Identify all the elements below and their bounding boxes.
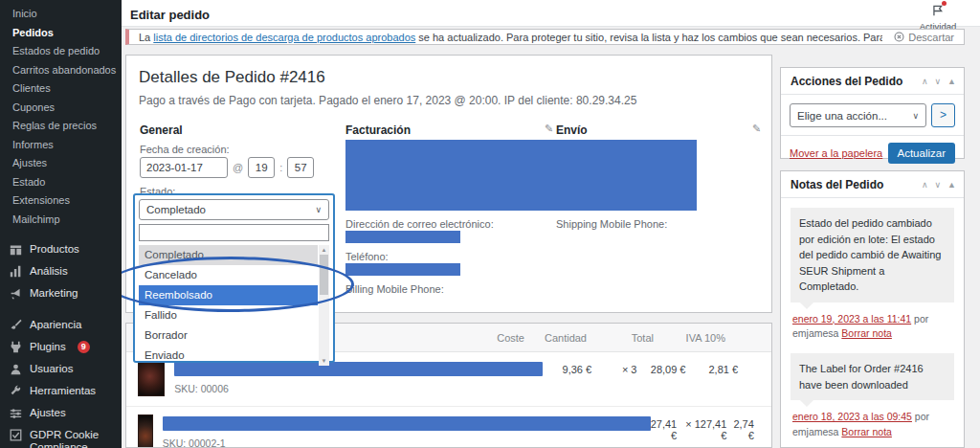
option-fallido[interactable]: Fallido <box>139 305 318 325</box>
topbar <box>122 0 980 27</box>
chevron-down-icon: ∨ <box>912 111 919 121</box>
billing-phone-label: Teléfono: <box>345 251 389 262</box>
sidebar-item-label: Usuarios <box>30 363 73 375</box>
sidebar-item-gdpr-cookie-compliance[interactable]: GDPR Cookie Compliance <box>0 424 122 448</box>
sidebar-item-plugins[interactable]: Plugins 9 <box>0 336 122 358</box>
sidebar-item-extensiones[interactable]: Extensiones <box>0 191 122 211</box>
sidebar-item-cupones[interactable]: Cupones <box>0 99 122 118</box>
sidebar-item-label: GDPR Cookie Compliance <box>30 429 116 448</box>
option-enviado[interactable]: Enviado <box>139 346 318 366</box>
wrench-icon <box>10 385 22 397</box>
sidebar-item-analisis[interactable]: Análisis <box>0 260 122 282</box>
sidebar-item-label: Apariencia <box>30 319 81 331</box>
sidebar-item-marketing[interactable]: Marketing <box>0 282 122 304</box>
creation-date-label: Fecha de creación: <box>140 144 230 155</box>
column-header-coste: Coste <box>457 332 524 344</box>
item-tax: 2,74 € <box>726 414 753 441</box>
option-reembolsado[interactable]: Reembolsado <box>139 285 318 305</box>
dismiss-icon <box>894 32 904 42</box>
sidebar-item-usuarios[interactable]: Usuarios <box>0 358 122 380</box>
move-to-trash-link[interactable]: Mover a la papelera <box>790 147 882 159</box>
sidebar-item-label: Análisis <box>30 265 68 278</box>
item-quantity: × 1 <box>677 414 701 430</box>
sidebar-item-ajustes[interactable]: Ajustes <box>0 154 122 173</box>
option-completado[interactable]: Completado <box>139 245 318 265</box>
product-thumbnail <box>138 414 153 448</box>
order-actions-panel: Acciones del Pedido ∧ ∨ ▲ Elige una acci… <box>780 67 965 159</box>
sidebar-item-reglas-de-precios[interactable]: Reglas de precios <box>0 117 122 136</box>
billing-heading: Facturación <box>345 123 411 137</box>
edit-shipping-icon[interactable]: ✎ <box>752 123 761 135</box>
order-note: The Label for Order #2416 have been down… <box>791 353 954 400</box>
sidebar-item-clientes[interactable]: Clientes <box>0 79 122 99</box>
admin-sidebar: Inicio Pedidos Estados de pedido Carrito… <box>0 0 122 448</box>
plug-icon <box>10 341 22 353</box>
minute-input[interactable] <box>287 157 314 178</box>
general-heading: General <box>140 123 183 137</box>
option-cancelado[interactable]: Cancelado <box>139 265 318 285</box>
status-select[interactable]: Completado ∨ <box>139 199 329 220</box>
activity-button[interactable]: Actividad <box>913 3 963 32</box>
delete-note-link[interactable]: Borrar nota <box>841 327 892 339</box>
sidebar-item-productos[interactable]: Productos <box>0 238 122 260</box>
sidebar-item-apariencia[interactable]: Apariencia <box>0 314 122 336</box>
scroll-down-icon[interactable]: ▼ <box>319 357 329 365</box>
sidebar-item-ajustes-general[interactable]: Ajustes <box>0 402 122 424</box>
move-up-icon[interactable]: ∧ <box>922 77 928 86</box>
dropdown-scrollbar[interactable]: ▲ ▼ <box>319 245 329 366</box>
notification-dot <box>942 1 947 6</box>
sidebar-item-carritos-abandonados[interactable]: Carritos abandonados <box>0 61 122 80</box>
billing-email-label: Dirección de correo electrónico: <box>345 218 494 230</box>
scrollbar-thumb[interactable] <box>320 255 328 295</box>
hour-input[interactable] <box>248 157 275 178</box>
notice-text: La lista de directorios de descarga de p… <box>139 32 882 43</box>
sliders-icon <box>10 407 22 419</box>
sidebar-item-pedidos[interactable]: Pedidos <box>0 24 122 43</box>
status-dropdown: Completado ∨ Completado Cancelado Reembo… <box>133 193 335 363</box>
note-date-link[interactable]: enero 19, 2023 a las 11:41 <box>792 313 911 325</box>
sidebar-item-informes[interactable]: Informes <box>0 136 122 155</box>
item-quantity: × 3 <box>591 360 636 375</box>
analytics-icon <box>10 265 22 278</box>
toggle-panel-icon[interactable]: ▲ <box>947 180 956 190</box>
update-button[interactable]: Actualizar <box>888 143 956 164</box>
check-square-icon <box>10 429 22 441</box>
page-title: Editar pedido <box>130 8 210 22</box>
sidebar-item-herramientas[interactable]: Herramientas <box>0 380 122 402</box>
products-icon <box>10 243 22 256</box>
approved-directories-link[interactable]: lista de directorios de descarga de prod… <box>153 32 415 43</box>
move-down-icon[interactable]: ∨ <box>934 180 941 190</box>
sidebar-item-label: Herramientas <box>30 385 96 397</box>
column-header-total: Total <box>587 332 654 344</box>
redacted-phone <box>345 263 460 276</box>
toggle-panel-icon[interactable]: ▲ <box>947 77 956 86</box>
admin-notice: La lista de directorios de descarga de p… <box>125 29 965 45</box>
product-sku: SKU: 00002-1 <box>163 437 651 448</box>
redacted-address-block <box>345 140 697 211</box>
delete-note-link[interactable]: Borrar nota <box>841 426 892 437</box>
move-up-icon[interactable]: ∧ <box>922 180 928 190</box>
run-action-button[interactable]: > <box>931 103 955 127</box>
item-cost: 9,36 € <box>543 360 591 375</box>
order-note: Estado del pedido cambiado por edición e… <box>791 208 954 302</box>
table-row: SKU: 00002-1 27,41 € × 1 27,41 € 2,74 € <box>126 407 771 448</box>
edit-billing-icon[interactable]: ✎ <box>545 123 553 135</box>
scroll-up-icon[interactable]: ▲ <box>319 246 329 254</box>
item-cost: 27,41 € <box>651 414 678 441</box>
move-down-icon[interactable]: ∨ <box>934 77 941 86</box>
note-meta: enero 18, 2023 a las 09:45 por emjamesa … <box>792 410 954 440</box>
sidebar-item-estado[interactable]: Estado <box>0 173 122 192</box>
sidebar-item-estados-de-pedido[interactable]: Estados de pedido <box>0 42 122 61</box>
dismiss-notice-button[interactable]: Descartar <box>894 32 954 43</box>
sidebar-item-mailchimp[interactable]: Mailchimp <box>0 211 122 230</box>
date-input[interactable] <box>140 157 228 178</box>
option-borrador[interactable]: Borrador <box>139 325 318 346</box>
note-date-link[interactable]: enero 18, 2023 a las 09:45 <box>792 411 912 422</box>
action-select[interactable]: Elige una acción... ∨ <box>790 103 926 127</box>
sidebar-item-label: Plugins <box>30 341 66 353</box>
megaphone-icon <box>10 287 22 300</box>
note-meta: enero 19, 2023 a las 11:41 por emjamesa … <box>792 312 954 343</box>
sidebar-item-inicio[interactable]: Inicio <box>0 5 122 24</box>
status-filter-input[interactable] <box>139 224 329 241</box>
action-selected-value: Elige una acción... <box>797 110 887 122</box>
